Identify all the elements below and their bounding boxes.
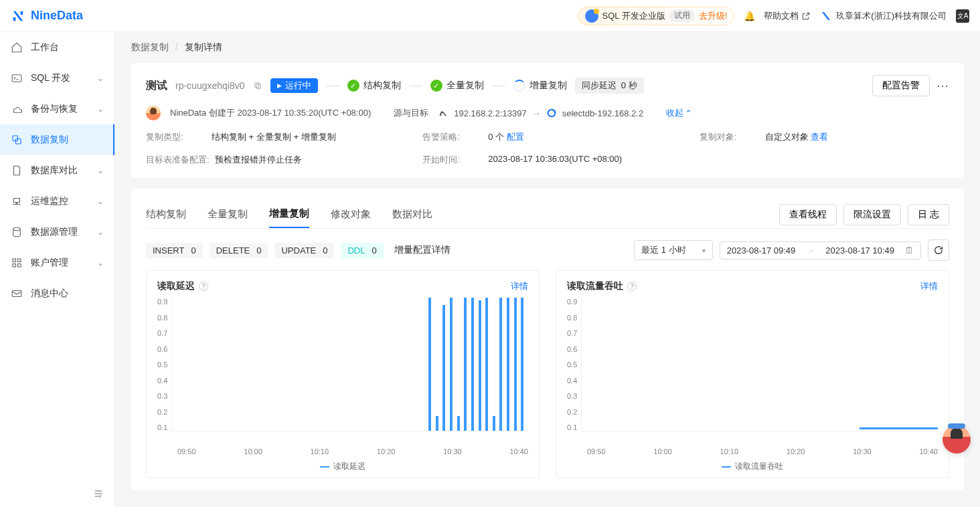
sidebar-item-replication[interactable]: 数据复制 (0, 124, 114, 155)
chart-title: 读取延迟 (157, 280, 195, 292)
throttle-button[interactable]: 限流设置 (843, 204, 901, 225)
sidebar-item-workspace[interactable]: 工作台 (0, 32, 114, 63)
sidebar-item-sql-dev[interactable]: SQL 开发 ⌄ (0, 63, 114, 94)
svg-rect-9 (254, 83, 258, 88)
sidebar-item-compare[interactable]: 数据库对比 ⌄ (0, 155, 114, 186)
grid-icon (11, 257, 23, 269)
database-icon (11, 226, 23, 238)
main-content: 数据复制 / 复制详情 测试 rp-cuugxehqi8v0 运行中 ✓ 结构复… (115, 32, 980, 507)
timerange-select[interactable]: 最近 1 小时 ▾ (634, 240, 712, 260)
org-icon (820, 10, 832, 22)
enterprise-label: SQL 开发企业版 (602, 10, 665, 22)
logo[interactable]: NineData (11, 9, 83, 23)
chart-read-delay: 读取延迟 ? 详情 0.90.80.70.60.50.40.30.20.1 09… (146, 270, 540, 478)
sidebar-item-label: 数据源管理 (31, 226, 78, 238)
copy-icon (11, 134, 23, 146)
more-icon[interactable]: ⋯ (936, 78, 949, 93)
app-header: NineData SQL 开发企业版 试用 去升级! 帮助文档 玖章算术(浙江)… (0, 0, 980, 32)
sidebar-item-backup[interactable]: 备份与恢复 ⌄ (0, 94, 114, 124)
chevron-down-icon: ⌄ (97, 74, 104, 83)
x-axis: 09:5010:0010:1010:2010:3010:40 (567, 447, 938, 455)
chart-title: 读取流量吞吐 (567, 280, 623, 292)
stat-delete: DELETE0 (210, 243, 268, 258)
sidebar-item-datasource[interactable]: 数据源管理 ⌄ (0, 217, 114, 247)
view-objects-link[interactable]: 查看 (811, 132, 828, 142)
chevron-down-icon: ⌄ (97, 166, 104, 175)
upgrade-link[interactable]: 去升级! (699, 10, 728, 22)
date-to: 2023-08-17 10:49 (825, 245, 894, 256)
collapse-sidebar-icon[interactable] (93, 488, 104, 499)
logo-icon (11, 9, 25, 23)
view-threads-button[interactable]: 查看线程 (779, 204, 837, 225)
svg-rect-5 (18, 259, 21, 262)
chart-plot (171, 298, 528, 431)
help-fab[interactable] (943, 425, 971, 453)
tabs-card: 结构复制 全量复制 增量复制 修改对象 数据对比 查看线程 限流设置 日 志 I… (131, 189, 964, 490)
config-alert-button[interactable]: 配置告警 (872, 75, 930, 96)
sidebar-item-label: 数据复制 (31, 134, 68, 146)
chart-detail-link[interactable]: 详情 (511, 280, 528, 292)
check-icon: ✓ (347, 80, 359, 92)
svg-rect-6 (13, 264, 16, 268)
svg-rect-0 (12, 75, 21, 82)
chevron-up-icon: ⌃ (685, 108, 692, 118)
sidebar-item-messages[interactable]: 消息中心 (0, 278, 114, 309)
logo-text: NineData (31, 9, 83, 23)
log-button[interactable]: 日 志 (908, 204, 949, 225)
terminal-icon (11, 72, 23, 84)
chevron-down-icon: ⌄ (97, 197, 104, 206)
breadcrumb: 数据复制 / 复制详情 (115, 32, 980, 63)
chevron-down-icon: ▾ (702, 247, 706, 254)
arrow-icon: → (806, 245, 815, 256)
chevron-down-icon: ⌄ (97, 104, 104, 114)
y-axis: 0.90.80.70.60.50.40.30.20.1 (157, 298, 171, 431)
tab-modify[interactable]: 修改对象 (331, 201, 371, 227)
calendar-icon: 🗓 (905, 245, 914, 256)
bell-icon[interactable] (744, 11, 754, 21)
alarm-config-link[interactable]: 配置 (507, 132, 524, 142)
org-selector[interactable]: 玖章算术(浙江)科技有限公司 (820, 10, 947, 22)
task-id: rp-cuugxehqi8v0 (175, 80, 245, 91)
sidebar-item-account[interactable]: 账户管理 ⌄ (0, 247, 114, 278)
language-icon[interactable]: 文A (956, 9, 969, 23)
mail-icon (11, 288, 23, 300)
sidebar: 工作台 SQL 开发 ⌄ 备份与恢复 ⌄ 数据复制 数据库对比 ⌄ (0, 32, 115, 507)
monitor-icon (11, 195, 23, 207)
collapse-detail-link[interactable]: 收起 ⌃ (666, 107, 692, 119)
detail-card: 测试 rp-cuugxehqi8v0 运行中 ✓ 结构复制 ✓ 全量复制 (131, 63, 964, 178)
sidebar-item-label: 运维监控 (31, 195, 68, 207)
step-incremental: 增量复制 (513, 80, 567, 92)
chart-legend: 读取流量吞吐 (567, 461, 938, 472)
sidebar-item-label: 备份与恢复 (31, 103, 78, 115)
breadcrumb-parent[interactable]: 数据复制 (131, 41, 169, 52)
file-icon (11, 165, 23, 177)
date-range-picker[interactable]: 2023-08-17 09:49 → 2023-08-17 10:49 🗓 (720, 241, 921, 260)
tab-full[interactable]: 全量复制 (208, 201, 248, 227)
sidebar-item-label: 消息中心 (31, 288, 68, 300)
info-icon[interactable]: ? (199, 282, 208, 291)
enterprise-badge[interactable]: SQL 开发企业版 试用 去升级! (578, 7, 735, 25)
info-icon[interactable]: ? (627, 282, 637, 291)
copy-id-icon[interactable] (253, 81, 262, 90)
external-link-icon (801, 11, 811, 21)
date-from: 2023-08-17 09:49 (727, 245, 796, 256)
status-chip: 运行中 (270, 78, 318, 93)
chart-plot (581, 298, 938, 431)
tab-structure[interactable]: 结构复制 (146, 201, 186, 227)
tab-incremental[interactable]: 增量复制 (269, 201, 309, 228)
chart-detail-link[interactable]: 详情 (920, 280, 938, 292)
spinner-icon (513, 80, 525, 92)
incremental-config-link[interactable]: 增量配置详情 (394, 244, 451, 256)
refresh-button[interactable] (928, 239, 949, 261)
trial-badge: 试用 (669, 9, 695, 22)
avatar-icon (146, 106, 161, 120)
sync-delay: 同步延迟 0 秒 (575, 78, 644, 94)
check-icon: ✓ (430, 80, 442, 92)
stat-insert: INSERT0 (146, 243, 203, 258)
svg-rect-4 (13, 259, 16, 262)
svg-rect-8 (12, 291, 21, 297)
tab-compare[interactable]: 数据对比 (392, 201, 432, 227)
sidebar-item-monitor[interactable]: 运维监控 ⌄ (0, 186, 114, 217)
help-link[interactable]: 帮助文档 (764, 10, 811, 22)
svg-rect-10 (256, 84, 260, 89)
